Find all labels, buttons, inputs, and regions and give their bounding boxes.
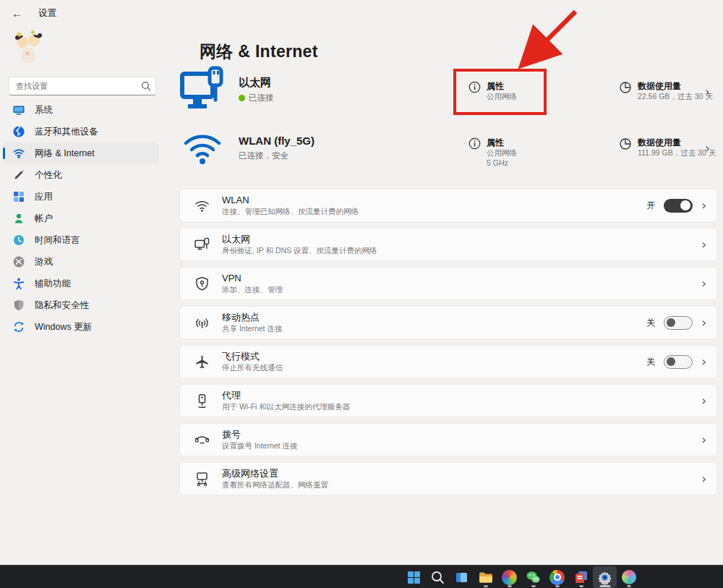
card-ethernet[interactable]: 以太网 身份验证, IP 和 DNS 设置、按流量计费的网络 › <box>179 228 717 261</box>
airplane-icon <box>193 354 210 370</box>
sidebar-item-gaming[interactable]: 游戏 <box>3 251 159 273</box>
settings-button[interactable] <box>593 566 617 588</box>
photos-app-icon <box>622 570 636 584</box>
toggle-state-label: 关 <box>646 317 655 329</box>
privacy-shield-icon <box>12 299 25 312</box>
info-icon <box>469 137 481 150</box>
chevron-right-icon[interactable]: › <box>705 86 710 98</box>
running-indicator <box>508 585 512 587</box>
card-mobile-hotspot[interactable]: 移动热点 共享 Internet 连接 关 › <box>179 306 717 339</box>
chevron-right-icon[interactable]: › <box>701 356 706 368</box>
sidebar-item-label: 游戏 <box>35 256 53 268</box>
annotation-red-box <box>453 69 547 115</box>
taskbar-search-button[interactable] <box>426 566 450 588</box>
card-title: 移动热点 <box>222 312 646 323</box>
card-title: 高级网络设置 <box>222 468 701 480</box>
task-view-icon <box>455 571 469 584</box>
chevron-right-icon[interactable]: › <box>705 142 710 155</box>
card-title: 飞行模式 <box>222 351 646 362</box>
wifi-icon <box>193 197 210 214</box>
card-subtitle: 查看所有网络适配器、网络重置 <box>222 480 701 490</box>
red-document-app-button[interactable] <box>569 566 593 588</box>
page-title: 网络 & Internet <box>200 41 318 63</box>
sidebar-item-windows-update[interactable]: Windows 更新 <box>3 316 159 338</box>
sidebar-item-system[interactable]: 系统 <box>3 99 159 121</box>
card-subtitle: 停止所有无线通信 <box>222 363 646 373</box>
sidebar-item-label: 隐私和安全性 <box>35 299 89 312</box>
ethernet-data-usage[interactable]: 数据使用量 22.56 GB，过去 30 天 <box>619 81 713 102</box>
card-dialup[interactable]: 拨号 设置拨号 Internet 连接 › <box>179 423 717 456</box>
wlan-toggle[interactable] <box>664 199 693 213</box>
start-button[interactable] <box>402 566 426 588</box>
wlan-properties[interactable]: 属性 公用网络 5 GHz <box>469 137 517 168</box>
pie-chart-icon <box>619 81 632 94</box>
card-title: 代理 <box>222 390 701 401</box>
running-indicator <box>627 585 631 587</box>
pinwheel-app-icon <box>502 570 517 585</box>
airplane-toggle[interactable] <box>664 355 693 369</box>
search-box <box>9 77 156 95</box>
settings-gear-icon <box>597 570 612 585</box>
wlan-data-usage[interactable]: 数据使用量 111.99 GB，过去 30 天 <box>619 137 716 158</box>
toggle-state-label: 关 <box>646 356 655 368</box>
card-title: VPN <box>222 273 701 284</box>
card-subtitle: 添加、连接、管理 <box>222 285 701 295</box>
card-vpn[interactable]: VPN 添加、连接、管理 › <box>179 267 717 300</box>
sidebar-item-apps[interactable]: 应用 <box>3 186 159 208</box>
card-subtitle: 身份验证, IP 和 DNS 设置、按流量计费的网络 <box>222 246 701 256</box>
file-explorer-button[interactable] <box>474 566 497 588</box>
red-document-app-icon <box>574 570 589 584</box>
chevron-right-icon[interactable]: › <box>701 317 706 329</box>
wlan-status: 已连接，安全 <box>239 150 288 161</box>
gaming-icon <box>12 255 25 268</box>
pinwheel-app-button[interactable] <box>497 566 521 588</box>
hotspot-toggle[interactable] <box>664 316 693 330</box>
sidebar-item-network[interactable]: 网络 & Internet <box>3 142 159 164</box>
photos-app-button[interactable] <box>617 566 641 588</box>
chevron-right-icon[interactable]: › <box>701 200 706 212</box>
sidebar-nav: 系统 蓝牙和其他设备 网络 & Internet 个性化 应用 帐户 <box>3 99 159 338</box>
time-language-icon <box>12 234 25 247</box>
wechat-icon <box>526 570 541 585</box>
card-title: WLAN <box>222 195 646 206</box>
apps-icon <box>12 190 25 203</box>
chevron-right-icon[interactable]: › <box>701 239 706 251</box>
connected-status-icon <box>239 95 245 101</box>
sidebar-item-label: 帐户 <box>35 213 53 225</box>
sidebar-item-accounts[interactable]: 帐户 <box>3 208 159 229</box>
chevron-right-icon[interactable]: › <box>701 473 706 485</box>
search-input[interactable] <box>16 82 141 90</box>
chevron-right-icon[interactable]: › <box>701 434 706 446</box>
running-indicator <box>555 585 560 587</box>
sidebar-item-label: 时间和语言 <box>35 234 80 247</box>
wechat-button[interactable] <box>521 566 545 588</box>
card-advanced-network[interactable]: 高级网络设置 查看所有网络适配器、网络重置 › <box>179 462 717 495</box>
taskbar <box>0 565 723 588</box>
ethernet-icon <box>193 237 210 253</box>
chevron-right-icon[interactable]: › <box>701 395 706 407</box>
sidebar-item-label: 辅助功能 <box>35 278 71 290</box>
task-view-button[interactable] <box>450 566 474 588</box>
card-wlan[interactable]: WLAN 连接、管理已知网络、按流量计费的网络 开 › <box>179 189 717 222</box>
sidebar-item-bluetooth[interactable]: 蓝牙和其他设备 <box>3 121 159 142</box>
ethernet-status: 已连接 <box>239 93 274 103</box>
sidebar-item-privacy[interactable]: 隐私和安全性 <box>3 294 159 316</box>
sidebar-item-time-language[interactable]: 时间和语言 <box>3 229 159 251</box>
pie-chart-icon <box>619 137 632 150</box>
back-arrow-icon[interactable]: ← <box>12 7 22 20</box>
vpn-shield-icon <box>193 276 210 292</box>
sidebar-item-accessibility[interactable]: 辅助功能 <box>3 273 159 294</box>
card-subtitle: 用于 Wi-Fi 和以太网连接的代理服务器 <box>222 402 701 412</box>
card-proxy[interactable]: 代理 用于 Wi-Fi 和以太网连接的代理服务器 › <box>179 384 717 417</box>
selected-indicator <box>3 148 5 159</box>
windows-update-icon <box>12 320 25 333</box>
chrome-button[interactable] <box>545 566 569 588</box>
card-airplane-mode[interactable]: 飞行模式 停止所有无线通信 关 › <box>179 345 717 378</box>
personalization-icon <box>12 169 25 182</box>
card-subtitle: 设置拨号 Internet 连接 <box>222 441 701 451</box>
sidebar-item-personalization[interactable]: 个性化 <box>3 164 159 186</box>
titlebar: ← 设置 <box>12 7 56 20</box>
running-indicator <box>579 585 583 587</box>
chevron-right-icon[interactable]: › <box>701 278 706 290</box>
sidebar-item-label: 个性化 <box>35 169 62 182</box>
